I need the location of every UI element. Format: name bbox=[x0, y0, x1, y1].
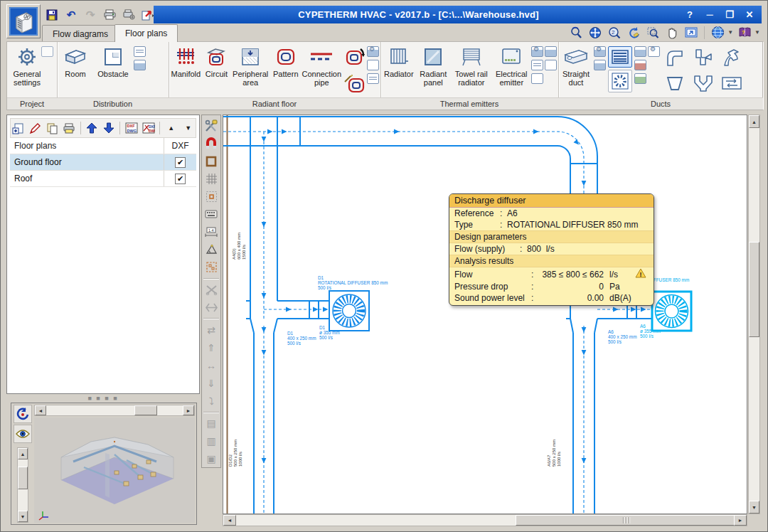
full-screen-button[interactable] bbox=[683, 25, 698, 40]
help-book-button[interactable]: ? bbox=[737, 25, 752, 40]
table-row-ground-floor[interactable]: Ground floor ✔ bbox=[10, 154, 196, 171]
tab-flow-diagrams[interactable]: Flow diagrams bbox=[42, 25, 119, 42]
clipboard-button-disabled[interactable]: ▣ bbox=[203, 450, 220, 467]
selection-marquee-button[interactable] bbox=[203, 259, 220, 276]
grid-button[interactable] bbox=[203, 171, 220, 188]
general-settings-button[interactable]: General settings bbox=[9, 43, 46, 87]
dxf-checkbox-roof[interactable]: ✔ bbox=[175, 174, 186, 184]
help-dropdown-caret[interactable]: ▼ bbox=[754, 29, 760, 36]
straight-duct-button[interactable]: Straight duct bbox=[560, 43, 592, 87]
move-down-button[interactable] bbox=[102, 120, 117, 136]
angle-protractor-button[interactable] bbox=[203, 241, 220, 258]
visibility-button[interactable] bbox=[14, 425, 32, 443]
pants-fitting-button[interactable] bbox=[690, 71, 717, 95]
radiant-panel-button[interactable]: Radiant panel bbox=[417, 43, 450, 87]
sort-down-button[interactable]: ▼ bbox=[181, 120, 196, 136]
close-button[interactable]: ✕ bbox=[743, 9, 756, 20]
edit-floor-plan-button[interactable] bbox=[28, 120, 43, 136]
pan-button[interactable] bbox=[664, 25, 679, 40]
3d-model-viewport[interactable] bbox=[34, 417, 195, 523]
preview-horizontal-scrollbar[interactable]: ◄ ► bbox=[34, 405, 195, 416]
canvas-horizontal-scrollbar[interactable]: ◄ ► bbox=[223, 514, 747, 526]
paste-element-button-disabled[interactable]: ▥ bbox=[203, 432, 220, 449]
grille-button-selected[interactable] bbox=[608, 46, 632, 68]
dxf-layers-button[interactable]: DXFDWG bbox=[141, 120, 156, 136]
print-setup-button[interactable] bbox=[122, 8, 136, 22]
electrical-emitter-button[interactable]: Electrical emitter bbox=[494, 43, 530, 87]
elbow-fitting-button[interactable] bbox=[661, 46, 688, 70]
snap-to-grid-button[interactable] bbox=[203, 188, 220, 205]
grille-type-red-icon[interactable] bbox=[634, 60, 646, 70]
crossing-fitting-button[interactable] bbox=[718, 71, 745, 95]
distribution-view-icon[interactable] bbox=[134, 60, 146, 70]
diffuser-a6-highlighted[interactable] bbox=[652, 292, 691, 331]
dimension-button[interactable]: 1.4 bbox=[203, 223, 220, 240]
canvas-vertical-scrollbar[interactable]: ▲ ▼ bbox=[748, 115, 760, 514]
help-button[interactable]: ? bbox=[683, 9, 696, 20]
zoom-previous-button[interactable] bbox=[568, 25, 583, 40]
pattern-button[interactable]: Pattern bbox=[271, 43, 300, 78]
tab-floor-plans[interactable]: Floor plans bbox=[114, 24, 178, 42]
globe-dropdown-caret[interactable]: ▼ bbox=[727, 29, 733, 36]
emitter-frame-icon[interactable] bbox=[545, 60, 557, 70]
keyboard-entry-button[interactable] bbox=[203, 206, 220, 223]
add-floor-plan-button[interactable] bbox=[11, 120, 26, 136]
panel-splitter[interactable]: ■ ■ ■ ■ bbox=[6, 395, 200, 401]
emitter-list-icon[interactable] bbox=[531, 60, 543, 70]
language-globe-button[interactable] bbox=[710, 25, 725, 40]
copy-element-button-disabled[interactable]: ▤ bbox=[203, 415, 220, 432]
obstacle-button[interactable]: Obstacle bbox=[94, 43, 132, 78]
radiant-options-icon[interactable] bbox=[367, 46, 379, 57]
maximize-button[interactable]: ❐ bbox=[723, 9, 736, 20]
generate-circuits-button[interactable] bbox=[343, 73, 365, 96]
export-button[interactable] bbox=[141, 8, 155, 22]
redo-button[interactable]: ↷ bbox=[83, 8, 97, 22]
connection-pipe-button[interactable]: Connection pipe bbox=[302, 43, 341, 87]
distribution-table-icon[interactable] bbox=[134, 46, 146, 57]
move-horizontal-button-disabled[interactable]: ⇄ bbox=[203, 321, 220, 339]
peripheral-area-button[interactable]: Peripheral area bbox=[231, 43, 270, 87]
object-snap-button[interactable] bbox=[203, 135, 220, 152]
table-row-roof[interactable]: Roof ✔ bbox=[10, 171, 196, 187]
radiator-button[interactable]: Radiator bbox=[382, 43, 416, 78]
stretch-horizontal-button-disabled[interactable]: ↔ bbox=[203, 357, 220, 374]
edit-project-icon[interactable] bbox=[41, 46, 53, 57]
extend-button-disabled[interactable] bbox=[203, 299, 220, 316]
dxf-checkbox-ground-floor[interactable]: ✔ bbox=[175, 157, 186, 168]
copy-floor-plan-button[interactable] bbox=[45, 120, 60, 136]
move-down-button-disabled[interactable]: ⇓ bbox=[203, 375, 220, 392]
move-up-button[interactable] bbox=[85, 120, 100, 136]
grille-type-blue-icon[interactable] bbox=[634, 46, 646, 57]
preview-vertical-scrollbar[interactable]: ▲ ▼ bbox=[17, 447, 28, 523]
emitter-save-icon[interactable] bbox=[545, 46, 557, 57]
titlebar[interactable]: CYPETHERM HVAC - v2017.b - [C:\...\Wareh… bbox=[154, 6, 762, 23]
save-button[interactable] bbox=[45, 8, 59, 22]
grille-type-green-icon[interactable] bbox=[634, 73, 646, 84]
radiant-dimensions-icon[interactable] bbox=[367, 60, 379, 70]
dxf-templates-button[interactable]: DXFDWG bbox=[124, 120, 139, 136]
edit-geometry-button-disabled[interactable]: ⤵ bbox=[203, 393, 220, 410]
curved-branch-button[interactable] bbox=[718, 46, 745, 70]
redraw-button[interactable] bbox=[626, 25, 641, 40]
radiant-list-icon[interactable] bbox=[367, 73, 379, 84]
zoom-extents-button[interactable] bbox=[587, 25, 602, 40]
diffuser-d1[interactable] bbox=[329, 291, 369, 331]
print-button[interactable] bbox=[102, 8, 117, 22]
drawing-tools-button[interactable] bbox=[203, 117, 220, 134]
undo-button[interactable]: ↶ bbox=[64, 8, 78, 22]
minimize-button[interactable]: ─ bbox=[703, 9, 716, 20]
tee-fitting-button[interactable] bbox=[690, 46, 717, 70]
emitter-options-icon[interactable] bbox=[531, 46, 543, 57]
transition-fitting-button[interactable] bbox=[661, 71, 688, 95]
rotate-view-button[interactable] bbox=[14, 405, 32, 423]
update-circuits-button[interactable] bbox=[343, 46, 365, 70]
towel-rail-radiator-button[interactable]: Towel rail radiator bbox=[451, 43, 491, 87]
diffuser-button[interactable] bbox=[608, 70, 632, 92]
app-icon[interactable] bbox=[6, 4, 41, 38]
room-button[interactable]: Room bbox=[58, 43, 92, 78]
move-up-button-disabled[interactable]: ⇑ bbox=[203, 339, 220, 356]
print-floor-plan-button[interactable] bbox=[62, 120, 77, 136]
floor-plan-canvas[interactable]: D1 ROTATIONAL DIFFUSER 850 mm 500 l/s D1… bbox=[223, 115, 747, 514]
duct-view-icon[interactable] bbox=[594, 60, 606, 70]
trim-button-disabled[interactable] bbox=[203, 282, 220, 299]
